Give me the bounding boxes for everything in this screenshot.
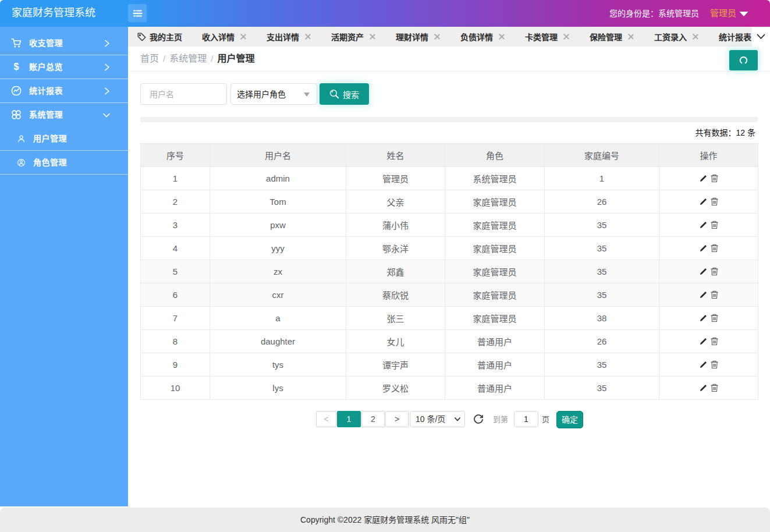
svg-text:$: $ xyxy=(14,62,19,72)
